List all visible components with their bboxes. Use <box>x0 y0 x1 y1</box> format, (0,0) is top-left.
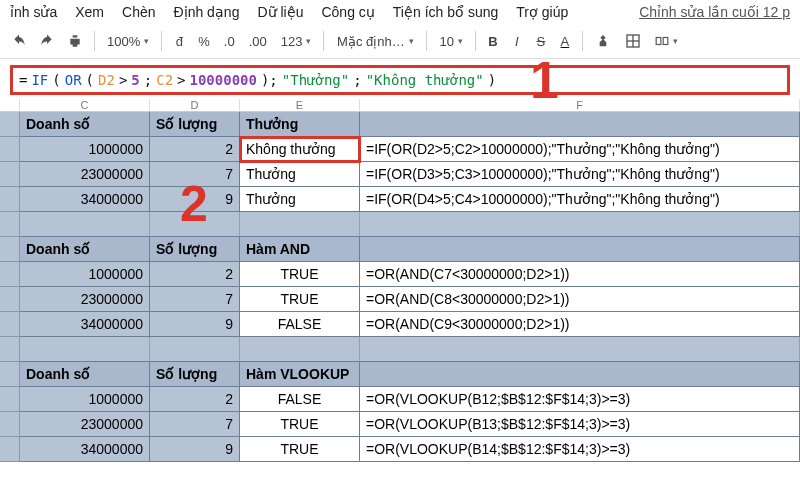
table-header[interactable]: Thưởng <box>240 112 360 137</box>
table-header[interactable]: Số lượng <box>150 237 240 262</box>
cell[interactable]: 7 <box>150 412 240 437</box>
table-header[interactable]: Doanh số <box>20 112 150 137</box>
cell[interactable]: 1000000 <box>20 387 150 412</box>
font-family-select[interactable]: Mặc định… <box>330 28 420 54</box>
undo-icon[interactable] <box>6 28 32 54</box>
col-header[interactable]: F <box>360 99 800 111</box>
formula-cell[interactable]: =OR(VLOOKUP(B14;$B$12:$F$14;3)>=3) <box>360 437 800 462</box>
menu-addons[interactable]: Tiện ích bổ sung <box>393 4 498 20</box>
menu-insert[interactable]: Chèn <box>122 4 155 20</box>
formula-token: "Không thưởng" <box>366 72 484 88</box>
spreadsheet-grid[interactable]: Doanh sốSố lượngThưởng10000002Không thưở… <box>0 112 800 462</box>
menu-help[interactable]: Trợ giúp <box>516 4 568 20</box>
formula-token: > <box>177 72 185 88</box>
formula-token: ; <box>353 72 361 88</box>
formula-cell[interactable]: =OR(VLOOKUP(B13;$B$12:$F$14;3)>=3) <box>360 412 800 437</box>
table-header[interactable]: Hàm AND <box>240 237 360 262</box>
cell[interactable]: TRUE <box>240 262 360 287</box>
merge-cells-icon[interactable] <box>649 28 684 54</box>
cell[interactable] <box>360 212 800 237</box>
currency-button[interactable]: đ <box>168 28 190 54</box>
cell[interactable] <box>20 337 150 362</box>
cell[interactable]: 2 <box>150 387 240 412</box>
table-header[interactable]: Số lượng <box>150 112 240 137</box>
annotation-1: 1 <box>530 50 559 110</box>
cell[interactable]: TRUE <box>240 287 360 312</box>
cell[interactable]: 1000000 <box>20 137 150 162</box>
formula-cell[interactable]: =IF(OR(D2>5;C2>10000000);"Thưởng";"Không… <box>360 137 800 162</box>
menu-data[interactable]: Dữ liệu <box>257 4 303 20</box>
increase-decimal-button[interactable]: .00 <box>243 28 273 54</box>
formula-token: ( <box>86 72 94 88</box>
cell[interactable]: 1000000 <box>20 262 150 287</box>
table-header[interactable]: Hàm VLOOKUP <box>240 362 360 387</box>
formula-token: 5 <box>131 72 139 88</box>
formula-cell[interactable]: =IF(OR(D3>5;C3>10000000);"Thưởng";"Không… <box>360 162 800 187</box>
decrease-decimal-button[interactable]: .0 <box>218 28 241 54</box>
cell[interactable] <box>360 362 800 387</box>
column-header-row: C D E F <box>0 99 800 112</box>
table-header[interactable]: Doanh số <box>20 362 150 387</box>
formula-cell[interactable]: =OR(AND(C8<30000000;D2>1)) <box>360 287 800 312</box>
cell[interactable]: FALSE <box>240 387 360 412</box>
cell[interactable]: TRUE <box>240 437 360 462</box>
formula-token: ( <box>52 72 60 88</box>
italic-button[interactable]: I <box>506 28 528 54</box>
formula-token: = <box>19 72 27 88</box>
rowcol-corner[interactable] <box>0 99 20 111</box>
fill-color-icon[interactable] <box>589 28 617 54</box>
cell[interactable]: 9 <box>150 312 240 337</box>
cell[interactable]: TRUE <box>240 412 360 437</box>
cell[interactable]: 7 <box>150 287 240 312</box>
last-edit-link[interactable]: Chỉnh sửa lần cuối 12 p <box>639 4 790 20</box>
formula-token: ) <box>488 72 496 88</box>
formula-bar[interactable]: =IF(OR(D2>5;C2>10000000);"Thưởng";"Không… <box>10 65 790 95</box>
toolbar: 100% đ % .0 .00 123 Mặc định… 10 B I S A <box>0 24 800 59</box>
annotation-2: 2 <box>180 175 208 233</box>
cell[interactable] <box>360 337 800 362</box>
table-header[interactable]: Số lượng <box>150 362 240 387</box>
print-icon[interactable] <box>62 28 88 54</box>
menu-tools[interactable]: Công cụ <box>321 4 374 20</box>
formula-cell[interactable]: =IF(OR(D4>5;C4>10000000);"Thưởng";"Không… <box>360 187 800 212</box>
table-header[interactable]: Doanh số <box>20 237 150 262</box>
number-format-button[interactable]: 123 <box>275 28 318 54</box>
cell[interactable]: 23000000 <box>20 412 150 437</box>
col-header[interactable]: C <box>20 99 150 111</box>
cell[interactable] <box>150 337 240 362</box>
svg-rect-4 <box>663 38 668 45</box>
formula-cell[interactable]: =OR(VLOOKUP(B12;$B$12:$F$14;3)>=3) <box>360 387 800 412</box>
redo-icon[interactable] <box>34 28 60 54</box>
cell[interactable] <box>240 212 360 237</box>
menu-edit[interactable]: ỉnh sửa <box>10 4 57 20</box>
cell[interactable] <box>240 337 360 362</box>
cell[interactable] <box>360 237 800 262</box>
cell[interactable]: 23000000 <box>20 162 150 187</box>
borders-icon[interactable] <box>619 28 647 54</box>
formula-cell[interactable]: =OR(AND(C9<30000000;D2>1)) <box>360 312 800 337</box>
cell[interactable] <box>360 112 800 137</box>
menu-view[interactable]: Xem <box>75 4 104 20</box>
percent-button[interactable]: % <box>192 28 216 54</box>
formula-cell[interactable]: =OR(AND(C7<30000000;D2>1)) <box>360 262 800 287</box>
font-size-select[interactable]: 10 <box>433 28 468 54</box>
svg-rect-3 <box>656 38 661 45</box>
menu-format[interactable]: Định dạng <box>174 4 240 20</box>
cell[interactable]: 34000000 <box>20 312 150 337</box>
cell[interactable]: 34000000 <box>20 187 150 212</box>
cell[interactable]: Thưởng <box>240 187 360 212</box>
cell[interactable]: FALSE <box>240 312 360 337</box>
bold-button[interactable]: B <box>482 28 504 54</box>
cell[interactable] <box>20 212 150 237</box>
col-header[interactable]: D <box>150 99 240 111</box>
cell[interactable]: 34000000 <box>20 437 150 462</box>
formula-token: ; <box>144 72 152 88</box>
cell[interactable]: 9 <box>150 437 240 462</box>
zoom-select[interactable]: 100% <box>101 28 155 54</box>
cell[interactable]: Thưởng <box>240 162 360 187</box>
cell[interactable]: 2 <box>150 137 240 162</box>
cell[interactable]: Không thưởng <box>240 137 360 162</box>
cell[interactable]: 2 <box>150 262 240 287</box>
col-header[interactable]: E <box>240 99 360 111</box>
cell[interactable]: 23000000 <box>20 287 150 312</box>
